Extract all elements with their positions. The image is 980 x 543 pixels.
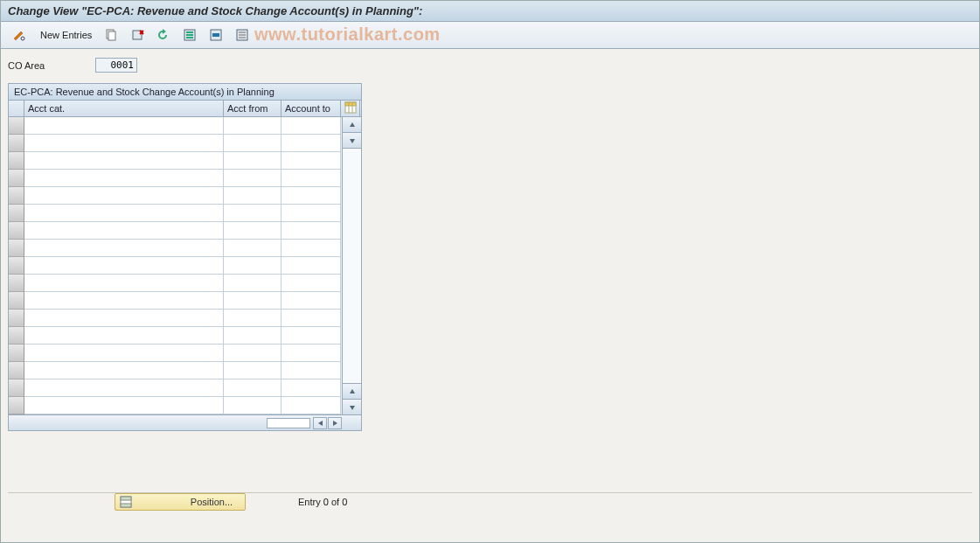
row-selector[interactable]	[9, 275, 24, 292]
table-row[interactable]	[9, 135, 342, 152]
cell-acct-cat[interactable]	[24, 205, 224, 222]
row-selector[interactable]	[9, 135, 24, 152]
cell-acct-from[interactable]	[224, 240, 281, 257]
cell-acct-cat[interactable]	[24, 345, 224, 362]
table-row[interactable]	[9, 205, 342, 222]
table-row[interactable]	[9, 117, 342, 135]
row-selector[interactable]	[9, 379, 24, 397]
row-selector[interactable]	[9, 117, 24, 135]
cell-account-to[interactable]	[281, 310, 341, 327]
row-selector[interactable]	[9, 222, 24, 240]
new-entries-button[interactable]: New Entries	[34, 25, 96, 45]
table-row[interactable]	[9, 275, 342, 292]
cell-acct-from[interactable]	[224, 170, 281, 187]
cell-acct-cat[interactable]	[24, 240, 224, 257]
cell-account-to[interactable]	[281, 170, 341, 187]
position-button[interactable]: Position...	[115, 493, 246, 511]
row-selector[interactable]	[9, 240, 24, 257]
row-selector[interactable]	[9, 257, 24, 275]
cell-acct-cat[interactable]	[24, 152, 224, 170]
cell-account-to[interactable]	[281, 345, 341, 362]
table-row[interactable]	[9, 240, 342, 257]
table-row[interactable]	[9, 345, 342, 362]
cell-account-to[interactable]	[281, 222, 341, 240]
row-selector[interactable]	[9, 362, 24, 379]
scroll-up-step-button[interactable]	[343, 133, 361, 149]
cell-account-to[interactable]	[281, 257, 341, 275]
grid-header-acct-cat[interactable]: Acct cat.	[24, 101, 224, 116]
cell-account-to[interactable]	[281, 292, 341, 310]
cell-account-to[interactable]	[281, 135, 341, 152]
scroll-up-button[interactable]	[343, 117, 361, 133]
hscroll-track[interactable]	[267, 418, 310, 428]
cell-acct-cat[interactable]	[24, 257, 224, 275]
delete-button[interactable]	[126, 25, 149, 45]
table-row[interactable]	[9, 187, 342, 205]
table-row[interactable]	[9, 257, 342, 275]
table-row[interactable]	[9, 379, 342, 397]
cell-acct-cat[interactable]	[24, 117, 224, 135]
grid-header-configure[interactable]	[341, 101, 360, 116]
cell-account-to[interactable]	[281, 275, 341, 292]
cell-account-to[interactable]	[281, 397, 341, 414]
scroll-down-button[interactable]	[343, 399, 361, 414]
select-all-button[interactable]	[178, 25, 201, 45]
cell-acct-cat[interactable]	[24, 327, 224, 345]
vertical-scrollbar[interactable]	[342, 117, 361, 414]
cell-acct-from[interactable]	[224, 327, 281, 345]
cell-acct-cat[interactable]	[24, 275, 224, 292]
scroll-left-button[interactable]	[313, 417, 327, 429]
table-row[interactable]	[9, 362, 342, 379]
row-selector[interactable]	[9, 170, 24, 187]
copy-button[interactable]	[100, 25, 122, 45]
cell-acct-cat[interactable]	[24, 135, 224, 152]
grid-header-selector[interactable]	[9, 101, 24, 116]
cell-account-to[interactable]	[281, 117, 341, 135]
cell-acct-from[interactable]	[224, 379, 281, 397]
cell-acct-cat[interactable]	[24, 170, 224, 187]
cell-acct-from[interactable]	[224, 362, 281, 379]
cell-account-to[interactable]	[281, 379, 341, 397]
cell-acct-from[interactable]	[224, 257, 281, 275]
row-selector[interactable]	[9, 327, 24, 345]
cell-acct-cat[interactable]	[24, 292, 224, 310]
cell-acct-from[interactable]	[224, 310, 281, 327]
cell-account-to[interactable]	[281, 362, 341, 379]
row-selector[interactable]	[9, 345, 24, 362]
cell-acct-from[interactable]	[224, 205, 281, 222]
toggle-display-change-button[interactable]	[8, 25, 31, 45]
cell-acct-cat[interactable]	[24, 379, 224, 397]
row-selector[interactable]	[9, 152, 24, 170]
table-row[interactable]	[9, 222, 342, 240]
co-area-input[interactable]	[95, 58, 137, 73]
cell-acct-cat[interactable]	[24, 310, 224, 327]
grid-header-account-to[interactable]: Account to	[281, 101, 341, 116]
cell-account-to[interactable]	[281, 240, 341, 257]
cell-account-to[interactable]	[281, 152, 341, 170]
cell-acct-from[interactable]	[224, 345, 281, 362]
scroll-track[interactable]	[343, 149, 361, 383]
cell-acct-from[interactable]	[224, 152, 281, 170]
cell-acct-from[interactable]	[224, 292, 281, 310]
undo-button[interactable]	[152, 25, 175, 45]
table-row[interactable]	[9, 170, 342, 187]
cell-acct-cat[interactable]	[24, 362, 224, 379]
cell-acct-from[interactable]	[224, 187, 281, 205]
row-selector[interactable]	[9, 187, 24, 205]
cell-account-to[interactable]	[281, 205, 341, 222]
cell-account-to[interactable]	[281, 187, 341, 205]
cell-acct-from[interactable]	[224, 222, 281, 240]
cell-acct-from[interactable]	[224, 135, 281, 152]
row-selector[interactable]	[9, 205, 24, 222]
table-row[interactable]	[9, 292, 342, 310]
deselect-all-button[interactable]	[231, 25, 254, 45]
cell-acct-cat[interactable]	[24, 397, 224, 414]
row-selector[interactable]	[9, 397, 24, 414]
cell-acct-cat[interactable]	[24, 222, 224, 240]
cell-account-to[interactable]	[281, 327, 341, 345]
table-row[interactable]	[9, 310, 342, 327]
scroll-down-step-button[interactable]	[343, 383, 361, 399]
cell-acct-cat[interactable]	[24, 187, 224, 205]
select-block-button[interactable]	[205, 25, 227, 45]
cell-acct-from[interactable]	[224, 117, 281, 135]
